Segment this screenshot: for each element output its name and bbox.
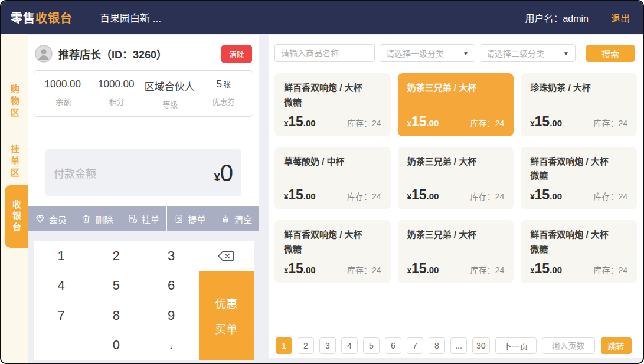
- product-card-2-selected[interactable]: 奶茶三兄弟 / 大杯 ¥15.00 库存：24: [398, 73, 514, 136]
- page-button-2[interactable]: 2: [298, 337, 314, 354]
- numpad-key-5[interactable]: 5: [89, 271, 143, 300]
- product-stock: 库存：24: [347, 264, 381, 276]
- numpad-key-4[interactable]: 4: [34, 271, 89, 300]
- sidebar-tabstrip: 购物区 挂单区 收银台: [1, 34, 28, 363]
- user-avatar-icon: [35, 45, 53, 63]
- product-card-6[interactable]: 鲜百香双响炮 / 大杯微糖 ¥15.00 库存：24: [521, 147, 637, 210]
- page-button-1[interactable]: 1: [276, 337, 292, 354]
- product-price: ¥15.00: [284, 261, 316, 277]
- category2-select[interactable]: 请选择二级分类 ▼: [480, 44, 576, 62]
- logo-text-primary: 零售: [11, 12, 35, 25]
- stat-level: 区域合伙人 等级: [143, 78, 197, 110]
- backspace-key[interactable]: [199, 241, 254, 271]
- member-button[interactable]: 会员: [28, 206, 74, 231]
- numpad-key-8[interactable]: 8: [89, 301, 143, 330]
- page-button-3[interactable]: 3: [319, 337, 336, 354]
- numpad-key-7[interactable]: 7: [34, 301, 89, 330]
- product-price: ¥15.00: [407, 187, 439, 203]
- doc-check-icon: [174, 214, 185, 224]
- product-price: ¥15.00: [530, 187, 562, 203]
- trash-icon: [81, 214, 91, 224]
- product-price: ¥15.00: [284, 114, 316, 130]
- product-name-input[interactable]: [274, 44, 375, 62]
- page-button-30[interactable]: 30: [472, 337, 490, 354]
- cashier-toolbar: 会员 删除 挂单 提单: [28, 206, 259, 231]
- search-row: 请选择一级分类 ▼ 请选择二级分类 ▼ 搜索: [269, 35, 643, 62]
- product-stock: 库存：24: [593, 117, 627, 129]
- product-price: ¥15.00: [407, 261, 439, 277]
- category1-select[interactable]: 请选择一级分类 ▼: [380, 44, 475, 62]
- numpad-key-9[interactable]: 9: [144, 301, 199, 330]
- page-button-6[interactable]: 6: [385, 337, 401, 354]
- page-button-8[interactable]: 8: [429, 337, 445, 354]
- numpad-key-dot[interactable]: .: [144, 330, 199, 360]
- product-card-5[interactable]: 奶茶三兄弟 / 大杯 ¥15.00 库存：24: [398, 147, 514, 210]
- page-number-input[interactable]: [542, 337, 595, 354]
- logout-button[interactable]: 退出: [611, 11, 630, 25]
- stat-coupons: 5张 优惠券: [197, 78, 251, 110]
- product-stock: 库存：24: [347, 117, 381, 129]
- pos-app-window: 零售收银台 百果园白新 ... 用户名：admin 退出 购物区 挂单区 收银台…: [0, 0, 644, 364]
- numpad-key-2[interactable]: 2: [89, 241, 143, 271]
- retrieve-order-button[interactable]: 提单: [167, 206, 213, 231]
- numpad-key-3[interactable]: 3: [144, 241, 199, 271]
- product-card-8[interactable]: 奶茶三兄弟 / 大杯 ¥15.00 库存：24: [398, 220, 514, 283]
- sidebar-tab-pending-orders[interactable]: 挂单区: [1, 140, 28, 185]
- product-stock: 库存：24: [470, 190, 505, 202]
- product-stock: 库存：24: [347, 190, 381, 202]
- page-button-4[interactable]: 4: [341, 337, 358, 354]
- member-name: 推荐店长（ID：3260）: [58, 46, 221, 61]
- discount-pay-button[interactable]: 优惠 买单: [199, 271, 254, 360]
- logo-text-accent: 收银台: [35, 12, 73, 25]
- product-price: ¥15.00: [530, 261, 562, 277]
- store-name: 百果园白新 ...: [100, 10, 161, 25]
- search-button[interactable]: 搜索: [586, 45, 635, 62]
- gem-icon: [35, 214, 45, 224]
- product-panel: 请选择一级分类 ▼ 请选择二级分类 ▼ 搜索 鲜百香双响炮 / 大杯微糖 ¥15…: [269, 35, 643, 358]
- jump-button[interactable]: 跳转: [601, 337, 632, 354]
- product-stock: 库存：24: [593, 190, 627, 202]
- clear-member-button[interactable]: 清除: [221, 45, 252, 63]
- numpad-key-0[interactable]: 0: [89, 330, 143, 360]
- product-card-9[interactable]: 鲜百香双响炮 / 大杯微糖 ¥15.00 库存：24: [521, 220, 637, 283]
- page-button-5[interactable]: 5: [363, 337, 380, 354]
- product-price: ¥15.00: [407, 114, 439, 130]
- sidebar-tab-shopping-area[interactable]: 购物区: [1, 80, 28, 124]
- username-label: 用户名：admin: [525, 11, 589, 25]
- product-card-7[interactable]: 鲜百香双响炮 / 大杯微糖 ¥15.00 库存：24: [274, 220, 391, 283]
- backspace-icon: [217, 250, 235, 262]
- delete-button[interactable]: 删除: [74, 206, 120, 231]
- clear-all-button[interactable]: 清空: [213, 206, 259, 231]
- page-button-7[interactable]: 7: [407, 337, 423, 354]
- numpad-key-6[interactable]: 6: [144, 271, 199, 300]
- product-stock: 库存：24: [470, 117, 505, 129]
- product-card-1[interactable]: 鲜百香双响炮 / 大杯微糖 ¥15.00 库存：24: [274, 73, 391, 136]
- chevron-down-icon: ▼: [563, 50, 569, 57]
- product-price: ¥15.00: [530, 114, 562, 130]
- cashier-panel: 推荐店长（ID：3260） 清除 1000.00 余额 1000.00 积分 区…: [28, 35, 259, 231]
- product-card-4[interactable]: 草莓酸奶 / 中杯 ¥15.00 库存：24: [274, 147, 391, 210]
- payment-placeholder: 付款金额: [54, 165, 214, 181]
- payment-amount-field[interactable]: 付款金额 ¥0: [45, 149, 241, 196]
- currency-symbol: ¥: [214, 172, 220, 184]
- page-ellipsis[interactable]: ...: [450, 337, 467, 354]
- hold-order-button[interactable]: 挂单: [120, 206, 166, 231]
- payment-amount: ¥0: [214, 160, 233, 186]
- broom-icon: [220, 214, 231, 224]
- app-logo: 零售收银台: [11, 9, 73, 26]
- product-card-3[interactable]: 珍珠奶茶 / 大杯 ¥15.00 库存：24: [521, 73, 637, 136]
- member-info-row: 推荐店长（ID：3260） 清除: [28, 35, 259, 63]
- product-stock: 库存：24: [593, 264, 627, 276]
- product-price: ¥15.00: [284, 187, 316, 203]
- product-grid: 鲜百香双响炮 / 大杯微糖 ¥15.00 库存：24 奶茶三兄弟 / 大杯 ¥1…: [274, 73, 637, 283]
- stat-points: 1000.00 积分: [90, 78, 144, 110]
- numpad-key-1[interactable]: 1: [34, 241, 89, 271]
- doc-clock-icon: [128, 214, 138, 224]
- next-page-button[interactable]: 下一页: [495, 337, 537, 354]
- pagination: 1 2 3 4 5 6 7 8 ... 30 下一页 跳转: [276, 337, 638, 354]
- sidebar-tab-cashier[interactable]: 收银台: [5, 185, 28, 248]
- numeric-keypad: 1 2 3 4 5 6 优惠 买单 7 8 9 0 .: [34, 241, 254, 360]
- member-stats-box: 1000.00 余额 1000.00 积分 区域合伙人 等级 5张 优惠券: [34, 70, 253, 117]
- chevron-down-icon: ▼: [463, 50, 469, 57]
- app-header: 零售收银台 百果园白新 ... 用户名：admin 退出: [1, 1, 643, 34]
